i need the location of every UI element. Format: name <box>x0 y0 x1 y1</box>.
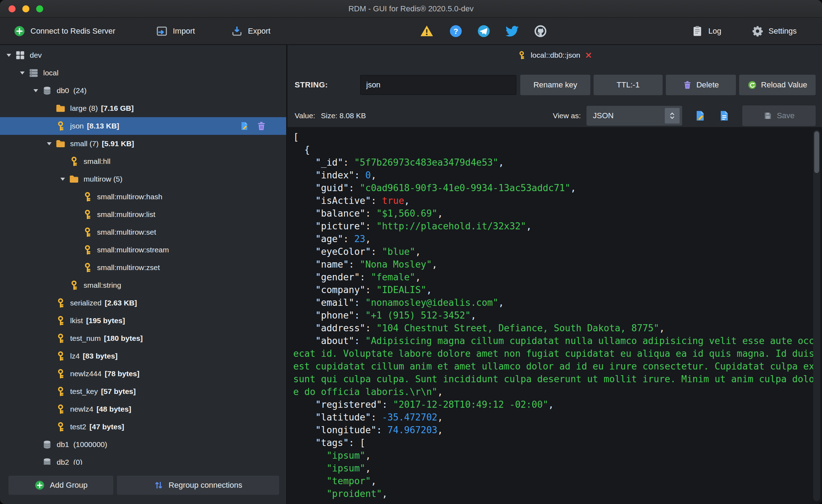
connect-label: Connect to Redis Server <box>30 27 115 36</box>
export-label: Export <box>248 27 271 36</box>
tree-item-newlz4[interactable]: newlz4[48 bytes] <box>0 400 286 418</box>
tree-item-multirow-5[interactable]: multirow (5) <box>0 170 286 188</box>
value-size-label: Size: 8.08 KB <box>321 111 366 120</box>
expand-arrow-icon[interactable] <box>4 50 14 61</box>
key-icon <box>69 280 79 291</box>
key-size: [7.16 GB] <box>101 104 134 113</box>
tree-item-dev[interactable]: dev <box>0 46 286 64</box>
text-view-icon[interactable] <box>718 110 730 122</box>
tree-item-db0[interactable]: db0(24) <box>0 82 286 99</box>
key-name-input[interactable] <box>360 75 516 95</box>
key-size: [48 bytes] <box>96 405 131 413</box>
plus-circle-icon <box>34 480 45 491</box>
value-label: Value: <box>295 111 315 120</box>
tab-label: local::db0::json <box>531 51 580 59</box>
rename-key-label: Rename key <box>533 80 577 90</box>
sidebar: devlocaldb0(24)large (8)[7.16 GB]json[8.… <box>0 45 287 504</box>
warning-icon[interactable] <box>420 24 434 38</box>
code-line: "phone": "+1 (915) 512-3452", <box>293 309 822 322</box>
tree-item-newlz444[interactable]: newlz444[78 bytes] <box>0 365 286 383</box>
tree-item-lkist[interactable]: lkist[195 bytes] <box>0 312 286 330</box>
server-icon <box>28 68 39 78</box>
import-button[interactable]: Import <box>156 18 195 44</box>
tree-item-label: multirow (5) <box>84 175 123 183</box>
key-size: [8.13 KB] <box>87 122 119 130</box>
indent-spacer <box>44 121 55 131</box>
twitter-icon[interactable] <box>505 24 519 38</box>
key-count: (1000000) <box>73 440 107 449</box>
close-tab-icon[interactable] <box>585 51 593 59</box>
key-type-label: STRING: <box>295 65 328 104</box>
code-line: "eyeColor": "blue", <box>293 245 822 258</box>
tree-item-small-multirow-hash[interactable]: small:multirow:hash <box>0 188 286 206</box>
main-panel: local::db0::json STRING: Rename key TTL:… <box>288 45 822 504</box>
tree-item-lz4[interactable]: lz4[83 bytes] <box>0 347 286 365</box>
key-icon <box>55 351 66 361</box>
value-editor[interactable]: [ { "_id": "5f7b26973c483ea3479d4e53", "… <box>288 127 822 504</box>
save-button[interactable]: Save <box>742 105 816 126</box>
edit-key-icon[interactable] <box>239 121 249 131</box>
code-line: "company": "IDEALIS", <box>293 284 822 296</box>
tree-item-label: small:multirow:hash <box>97 193 162 201</box>
connections-tree: devlocaldb0(24)large (8)[7.16 GB]json[8.… <box>0 46 286 465</box>
connect-to-server-button[interactable]: Connect to Redis Server <box>13 18 115 44</box>
export-button[interactable]: Export <box>231 18 271 44</box>
tree-item-small-string[interactable]: small:string <box>0 276 286 294</box>
tree-item-label: test2 <box>70 423 86 431</box>
key-icon <box>55 422 66 432</box>
settings-button[interactable]: Settings <box>752 18 797 44</box>
delete-key-button[interactable]: Delete <box>666 75 736 95</box>
indent-spacer <box>44 422 55 432</box>
expand-arrow-icon[interactable] <box>44 138 55 149</box>
help-icon[interactable]: ? <box>449 24 463 38</box>
tree-item-label: small:multirow:list <box>97 210 155 219</box>
delete-key-icon[interactable] <box>256 121 266 131</box>
ttl-button[interactable]: TTL:-1 <box>594 75 663 95</box>
tree-item-serialized[interactable]: serialized[2.63 KB] <box>0 294 286 312</box>
view-as-value: JSON <box>593 111 614 120</box>
tree-item-db1[interactable]: db1(1000000) <box>0 436 286 453</box>
expand-arrow-icon[interactable] <box>17 68 28 78</box>
add-group-button[interactable]: Add Group <box>8 476 113 495</box>
tree-item-small-multirow-stream[interactable]: small:multirow:stream <box>0 241 286 259</box>
zoom-window-button[interactable] <box>36 5 43 12</box>
reload-value-button[interactable]: Reload Value <box>739 75 816 95</box>
tree-item-local[interactable]: local <box>0 64 286 82</box>
tree-item-small-multirow-list[interactable]: small:multirow:list <box>0 206 286 223</box>
tree-item-small-multirow-set[interactable]: small:multirow:set <box>0 223 286 241</box>
tree-item-large-8[interactable]: large (8)[7.16 GB] <box>0 99 286 117</box>
editor-scrollbar[interactable] <box>813 130 820 501</box>
tree-item-db2[interactable]: db2(0) <box>0 453 286 465</box>
telegram-icon[interactable] <box>477 24 491 38</box>
expand-arrow-icon[interactable] <box>30 85 41 96</box>
database-icon <box>42 457 52 465</box>
scrollbar-thumb[interactable] <box>814 131 819 173</box>
tree-item-small-hll[interactable]: small:hll <box>0 153 286 170</box>
external-editor-icon[interactable] <box>694 110 706 122</box>
tree-item-json[interactable]: json[8.13 KB] <box>0 117 286 135</box>
regroup-connections-button[interactable]: Regroup connections <box>117 476 279 495</box>
key-icon <box>82 227 93 237</box>
log-button[interactable]: Log <box>691 18 721 44</box>
tree-item-test-num[interactable]: test_num[180 bytes] <box>0 330 286 347</box>
code-line: "gender": "female", <box>293 271 822 284</box>
close-window-button[interactable] <box>8 5 16 12</box>
tree-item-small-multirow-zset[interactable]: small:multirow:zset <box>0 259 286 276</box>
traffic-lights <box>8 5 43 12</box>
rename-key-button[interactable]: Rename key <box>520 75 590 95</box>
minimize-window-button[interactable] <box>22 5 29 12</box>
tree-item-small-7[interactable]: small (7)[5.91 KB] <box>0 135 286 153</box>
code-line: "address": "104 Chestnut Street, Defianc… <box>293 322 822 334</box>
key-icon <box>55 368 66 379</box>
tree-item-label: small:multirow:zset <box>97 263 160 272</box>
tree-item-test2[interactable]: test2[47 bytes] <box>0 418 286 436</box>
view-as-select[interactable]: JSON <box>586 106 682 126</box>
tree-item-test-key[interactable]: test_key[57 bytes] <box>0 383 286 400</box>
github-icon[interactable] <box>533 24 548 38</box>
expand-arrow-icon[interactable] <box>57 174 68 184</box>
indent-spacer <box>71 209 81 220</box>
tab-local-db0-json[interactable]: local::db0::json <box>517 51 592 60</box>
indent-spacer <box>44 333 55 344</box>
code-line: "registered": "2017-12-28T10:49:12 -02:0… <box>293 398 822 411</box>
spinner-updown-icon[interactable] <box>665 108 680 124</box>
